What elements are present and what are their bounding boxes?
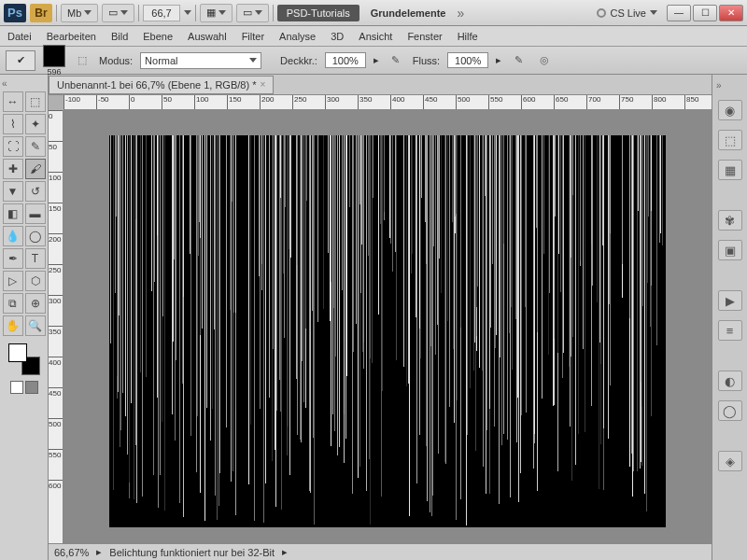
cslive-icon (597, 8, 606, 18)
history-brush-tool[interactable]: ↺ (25, 181, 46, 202)
status-arrow2-icon[interactable]: ▸ (282, 546, 288, 558)
menu-datei[interactable]: Datei (7, 31, 32, 42)
menu-3d[interactable]: 3D (331, 31, 344, 42)
workspace-more-icon[interactable]: » (457, 6, 464, 21)
collapse-icon[interactable]: « (2, 78, 7, 89)
brush-panel-icon[interactable]: ⬚ (73, 51, 92, 70)
close-button[interactable]: ✕ (719, 5, 743, 21)
stamp-tool[interactable]: ▼ (3, 181, 23, 202)
modus-select[interactable]: Normal (140, 52, 261, 69)
workspace-psd[interactable]: PSD-Tutorials (277, 5, 359, 21)
tablet-pressure-icon[interactable]: ◎ (535, 51, 554, 70)
brightness-panel-icon[interactable]: ◐ (718, 371, 742, 391)
status-arrow-icon[interactable]: ▸ (96, 546, 102, 558)
extras-button[interactable]: ▭ (236, 4, 269, 22)
play-panel-icon[interactable]: ▶ (718, 290, 742, 311)
lasso-tool[interactable]: ⌇ (3, 114, 23, 134)
wand-tool[interactable]: ✦ (25, 114, 46, 134)
tab-close-icon[interactable]: × (260, 79, 265, 90)
minimize-button[interactable]: — (667, 5, 691, 21)
marquee-tool[interactable]: ⬚ (25, 91, 46, 112)
bridge-icon[interactable]: Br (30, 4, 52, 22)
menu-bearbeiten[interactable]: Bearbeiten (47, 31, 96, 42)
ruler-vertical[interactable]: 050100150200250300350400450500550600 (49, 110, 63, 543)
adjustments-panel-icon[interactable]: ✾ (718, 210, 742, 231)
camera-tool[interactable]: ⊕ (25, 293, 46, 314)
mb-button[interactable]: Mb (61, 4, 98, 22)
shape-tool[interactable]: ⬡ (25, 271, 46, 291)
styles-panel-icon[interactable]: ▦ (718, 160, 742, 180)
modus-label: Modus: (99, 55, 133, 66)
hand-tool[interactable]: ✋ (3, 315, 23, 336)
airbrush-icon[interactable]: ✎ (509, 51, 528, 70)
layers-panel-icon[interactable]: ◈ (718, 451, 742, 471)
photoshop-icon: Ps (4, 4, 26, 22)
menu-auswahl[interactable]: Auswahl (188, 31, 227, 42)
gradient-tool[interactable]: ▬ (25, 203, 46, 224)
brush-preview[interactable] (43, 45, 65, 67)
screen-mode-button[interactable]: ▭ (102, 4, 134, 22)
tool-preset[interactable]: ✔ (6, 50, 35, 71)
workspace-grund[interactable]: Grundelemente (363, 5, 454, 21)
panel-dock: » ◉ ⬚ ▦ ✾ ▣ ▶ ≡ ◐ ◯ ◈ (712, 75, 747, 560)
path-tool[interactable]: ▷ (3, 271, 23, 291)
menu-filter[interactable]: Filter (242, 31, 264, 42)
color-panel-icon[interactable]: ◉ (718, 100, 742, 120)
3d-tool[interactable]: ⧉ (3, 293, 23, 314)
pressure-opacity-icon[interactable]: ✎ (387, 51, 405, 70)
cslive-dropdown-icon[interactable] (650, 10, 657, 15)
deckkr-label: Deckkr.: (280, 55, 317, 66)
color-swatches[interactable] (8, 343, 40, 375)
fluss-label: Fluss: (413, 55, 440, 66)
document-tab[interactable]: Unbenannt-1 bei 66,7% (Ebene 1, RGB/8) *… (49, 76, 274, 94)
eyedropper-tool[interactable]: ✎ (25, 136, 46, 157)
screenmode-icon[interactable] (25, 381, 38, 394)
menu-fenster[interactable]: Fenster (407, 31, 442, 42)
blur-tool[interactable]: 💧 (3, 226, 23, 246)
quickmask-icon[interactable] (10, 381, 23, 394)
flow-arrow-icon[interactable]: ▸ (496, 54, 501, 66)
crop-tool[interactable]: ⛶ (3, 136, 23, 157)
brush-tool[interactable]: 🖌 (25, 159, 46, 179)
zoom-dropdown-icon[interactable] (184, 10, 191, 15)
flow-input[interactable]: 100% (447, 52, 488, 68)
menu-bild[interactable]: Bild (111, 31, 128, 42)
zoom-tool[interactable]: 🔍 (25, 315, 46, 336)
zoom-level[interactable]: 66,7 (143, 5, 179, 21)
maximize-button[interactable]: ☐ (693, 5, 717, 21)
status-message: Belichtung funktioniert nur bei 32-Bit (109, 547, 275, 558)
dodge-tool[interactable]: ◯ (25, 226, 46, 246)
cslive-label[interactable]: CS Live (610, 7, 646, 19)
arrange-button[interactable]: ▦ (200, 4, 233, 22)
expand-icon[interactable]: » (716, 80, 722, 91)
opacity-input[interactable]: 100% (325, 52, 366, 68)
canvas[interactable] (109, 135, 666, 527)
masks-panel-icon[interactable]: ▣ (718, 240, 742, 260)
menu-ebene[interactable]: Ebene (143, 31, 173, 42)
toolbox: « ↔⬚ ⌇✦ ⛶✎ ✚🖌 ▼↺ ◧▬ 💧◯ ✒T ▷⬡ ⧉⊕ ✋🔍 (0, 75, 49, 560)
pen-tool[interactable]: ✒ (3, 248, 23, 269)
eraser-tool[interactable]: ◧ (3, 203, 23, 224)
history-panel-icon[interactable]: ≡ (718, 320, 742, 341)
status-zoom[interactable]: 66,67% (54, 547, 89, 558)
menu-bar: Datei Bearbeiten Bild Ebene Auswahl Filt… (0, 26, 747, 47)
healing-tool[interactable]: ✚ (3, 159, 23, 179)
opacity-arrow-icon[interactable]: ▸ (374, 54, 379, 66)
menu-ansicht[interactable]: Ansicht (359, 31, 392, 42)
type-tool[interactable]: T (25, 248, 46, 269)
menu-hilfe[interactable]: Hilfe (458, 31, 478, 42)
swatches-panel-icon[interactable]: ⬚ (718, 130, 742, 150)
menu-analyse[interactable]: Analyse (279, 31, 316, 42)
ruler-horizontal[interactable]: -100-50050100150200250300350400450500550… (63, 95, 712, 110)
move-tool[interactable]: ↔ (3, 91, 23, 112)
info-panel-icon[interactable]: ◯ (718, 400, 742, 421)
